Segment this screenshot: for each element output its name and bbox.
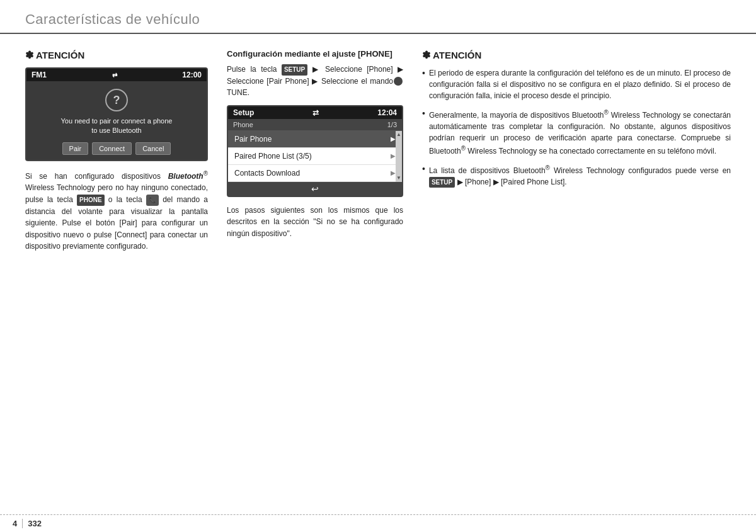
menu-item-paired-list[interactable]: Paired Phone List (3/5) ▶ <box>228 148 402 165</box>
setup-menu: Pair Phone ▶ Paired Phone List (3/5) ▶ C… <box>228 131 402 182</box>
middle-column: Configuración mediante el ajuste [PHONE]… <box>227 49 403 252</box>
left-column: ✽ ATENCIÓN FM1 ⇄ 12:00 ? You need to pai… <box>25 49 208 252</box>
setup-phone-label: Phone <box>233 121 253 128</box>
right-asterisk: ✽ <box>422 49 430 61</box>
back-icon: ↩ <box>309 184 321 193</box>
fm-cancel-button[interactable]: Cancel <box>135 142 171 155</box>
setup-arrows: ⇄ <box>312 108 319 117</box>
bullet-item-1: El periodo de espera durante la configur… <box>422 67 731 101</box>
footer-section-num: 4 <box>13 519 23 528</box>
tune-circle <box>394 77 403 86</box>
setup-scroll-area: Pair Phone ▶ Paired Phone List (3/5) ▶ C… <box>228 131 402 182</box>
setup-scrollbar[interactable]: ▲ ▼ <box>396 131 402 182</box>
bluetooth-brand-bullet3: Bluetooth <box>513 166 546 175</box>
attention-bullet-list: El periodo de espera durante la configur… <box>422 67 731 188</box>
left-heading-text: ATENCIÓN <box>36 50 84 60</box>
setup-topbar: Setup ⇄ 12:04 <box>228 106 402 119</box>
followup-text: Los pasos siguientes son los mismos que … <box>227 205 403 240</box>
bluetooth-brand-left: Bluetooth <box>168 172 203 181</box>
fm-connect-button[interactable]: Connect <box>92 142 132 155</box>
setup-page-indicator: 1/3 <box>387 121 397 128</box>
page-title: Características de vehículo <box>25 11 731 28</box>
setup-time: 12:04 <box>377 108 397 117</box>
fm-arrows: ⇄ <box>112 72 117 79</box>
right-column: ✽ ATENCIÓN El periodo de espera durante … <box>422 49 731 252</box>
bullet-item-3: La lista de dispositivos Bluetooth® Wire… <box>422 163 731 188</box>
menu-item-paired-list-label: Paired Phone List (3/5) <box>234 152 312 161</box>
setup-badge-2: SETUP <box>429 177 455 188</box>
fm-screen-mockup: FM1 ⇄ 12:00 ? You need to pair or connec… <box>25 67 208 161</box>
bullet-2-text: Generalmente, la mayoría de dispositivos… <box>429 108 731 157</box>
setup-back-button[interactable]: ↩ <box>228 182 402 196</box>
fm-question-icon: ? <box>105 89 128 111</box>
bluetooth-brand-bullet2: Bluetooth <box>572 111 604 120</box>
setup-screen-mockup: Setup ⇄ 12:04 Phone 1/3 Pair Phone ▶ Pai… <box>227 105 403 197</box>
phone-badge: PHONE <box>77 195 105 206</box>
left-attention-heading: ✽ ATENCIÓN <box>25 49 208 61</box>
menu-arrow-1: ▶ <box>391 135 396 142</box>
fm-buttons: Pair Connect Cancel <box>62 142 171 155</box>
fm-label: FM1 <box>32 71 47 79</box>
menu-item-pair-phone-label: Pair Phone <box>234 135 272 144</box>
menu-item-contacts-label: Contacts Download <box>234 169 300 178</box>
menu-arrow-3: ▶ <box>391 169 396 176</box>
scroll-down-arrow: ▼ <box>396 176 401 181</box>
setup-label: Setup <box>233 108 254 117</box>
phone-icon: 📞 <box>146 195 159 206</box>
page-header: Características de vehículo <box>0 0 756 34</box>
main-content: ✽ ATENCIÓN FM1 ⇄ 12:00 ? You need to pai… <box>0 40 756 259</box>
menu-arrow-2: ▶ <box>391 152 396 159</box>
menu-item-contacts[interactable]: Contacts Download ▶ <box>228 165 402 182</box>
bluetooth-brand-bullet2b: Bluetooth <box>429 147 461 156</box>
fm-message: You need to pair or connect a phone to u… <box>61 116 173 136</box>
scroll-up-arrow: ▲ <box>396 132 401 137</box>
left-body-text: Si se han configurado dispositivos Bluet… <box>25 169 208 252</box>
fm-body: ? You need to pair or connect a phone to… <box>26 81 207 160</box>
config-heading: Configuración mediante el ajuste [PHONE] <box>227 49 403 59</box>
right-heading-text: ATENCIÓN <box>433 50 481 60</box>
fm-pair-button[interactable]: Pair <box>62 142 89 155</box>
footer-page-num: 332 <box>28 519 42 528</box>
instruction-text: Pulse la tecla SETUP ▶ Seleccione [Phone… <box>227 64 403 99</box>
menu-item-pair-phone[interactable]: Pair Phone ▶ <box>228 131 402 148</box>
left-asterisk: ✽ <box>25 49 33 61</box>
fm-time: 12:00 <box>182 71 202 79</box>
bullet-3-text: La lista de dispositivos Bluetooth® Wire… <box>429 163 731 188</box>
setup-badge-1: SETUP <box>282 64 307 76</box>
page-footer: 4 332 <box>0 514 756 532</box>
right-attention-heading: ✽ ATENCIÓN <box>422 49 731 61</box>
bullet-1-text: El periodo de espera durante la configur… <box>429 67 731 101</box>
setup-phone-row: Phone 1/3 <box>228 119 402 131</box>
fm-topbar: FM1 ⇄ 12:00 <box>26 69 207 81</box>
bullet-item-2: Generalmente, la mayoría de dispositivos… <box>422 108 731 157</box>
